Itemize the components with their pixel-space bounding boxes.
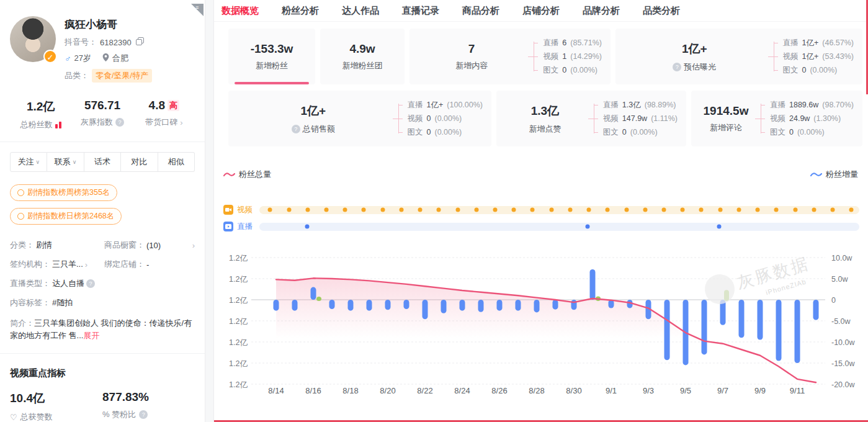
action-button-话术[interactable]: 话术 (84, 152, 121, 172)
fans-delta-bar-8/28[interactable] (534, 300, 540, 312)
video-post-dot[interactable] (661, 208, 666, 212)
tab-品牌分析[interactable]: 品牌分析 (583, 5, 620, 17)
fans-delta-bar-8/29[interactable] (553, 300, 558, 310)
fans-delta-bar-8/21[interactable] (404, 300, 409, 309)
fans-delta-bar-8/16[interactable] (311, 287, 316, 300)
fans-delta-bar-9/11[interactable] (795, 300, 800, 363)
rank-badge[interactable]: 剧情指数榜日榜第2468名 (10, 208, 195, 231)
video-post-dot[interactable] (343, 208, 347, 212)
blue-wave-icon (810, 171, 822, 177)
action-button-联系[interactable]: 联系∨ (47, 152, 84, 172)
video-post-dot[interactable] (437, 208, 441, 212)
stat-card-label-text: 预估曝光 (684, 61, 716, 73)
copy-icon[interactable] (136, 37, 144, 47)
video-post-dot[interactable] (736, 208, 741, 212)
video-post-dot[interactable] (699, 208, 704, 212)
left-axis-tick: 1.2亿 (229, 317, 248, 326)
video-post-dot[interactable] (512, 208, 516, 212)
action-button-对比[interactable]: 对比 (121, 152, 158, 172)
live-session-dot[interactable] (585, 225, 589, 229)
tab-店铺分析[interactable]: 店铺分析 (522, 5, 560, 17)
breakdown-tree: 直播1889.6w(98.70%)视频24.9w(1.30%)图文0(0.00%… (761, 98, 854, 139)
fans-delta-bar-8/26[interactable] (497, 300, 503, 311)
video-post-dot[interactable] (606, 208, 610, 212)
video-post-dot[interactable] (455, 208, 460, 212)
tab-粉丝分析[interactable]: 粉丝分析 (282, 5, 319, 17)
video-post-dot[interactable] (287, 208, 291, 212)
live-session-dot[interactable] (305, 225, 310, 229)
live-session-dot[interactable] (717, 225, 721, 229)
tab-品类分析[interactable]: 品类分析 (643, 5, 680, 17)
video-post-dot[interactable] (399, 208, 403, 212)
video-post-dot[interactable] (830, 208, 834, 212)
video-post-dot[interactable] (418, 208, 423, 212)
fans-delta-bar-8/22[interactable] (423, 300, 428, 319)
rank-badge-pill[interactable]: 剧情指数榜周榜第355名 (10, 184, 117, 201)
stat-card-新增评论[interactable]: 1914.5w新增评论直播1889.6w(98.70%)视频24.9w(1.30… (691, 91, 862, 146)
video-post-dot[interactable] (793, 208, 797, 212)
fans-delta-bar-8/27[interactable] (516, 300, 521, 311)
fans-delta-bar-8/14[interactable] (274, 300, 279, 311)
video-post-dot[interactable] (549, 208, 553, 212)
live-day-marker[interactable] (316, 297, 321, 301)
video-post-dot[interactable] (624, 208, 629, 212)
video-post-dot[interactable] (643, 208, 647, 212)
stat-card-新增粉丝[interactable]: -153.3w新增粉丝 (228, 29, 315, 84)
tab-直播记录[interactable]: 直播记录 (402, 5, 439, 17)
fans-delta-bar-8/23[interactable] (441, 300, 447, 313)
tab-数据概览[interactable]: 数据概览 (221, 5, 259, 17)
video-post-dot[interactable] (568, 208, 572, 212)
legend-fans-delta[interactable]: 粉丝增量 (810, 169, 858, 180)
fans-delta-bar-8/25[interactable] (478, 300, 484, 312)
video-post-dot[interactable] (718, 208, 722, 212)
video-post-dot[interactable] (849, 208, 854, 212)
fans-delta-bar-8/31[interactable] (590, 269, 596, 300)
avatar[interactable]: ✓ (10, 16, 56, 62)
fans-delta-bar-9/8[interactable] (739, 300, 745, 338)
video-post-dot[interactable] (681, 208, 685, 212)
video-post-dot[interactable] (774, 208, 779, 212)
stat-card-新增内容[interactable]: 7新增内容直播6(85.71%)视频1(14.29%)图文0(0.00%) (409, 29, 611, 84)
fans-delta-bar-8/15[interactable] (292, 300, 298, 311)
sidebar-scrollbar-track[interactable] (205, 0, 214, 422)
rank-badge-pill[interactable]: 剧情指数榜日榜第2468名 (10, 208, 122, 225)
tab-达人作品[interactable]: 达人作品 (342, 5, 379, 17)
video-post-dot[interactable] (493, 208, 498, 212)
fans-delta-bar-8/20[interactable] (385, 300, 391, 310)
rank-badge[interactable]: 剧情指数榜周榜第355名 (10, 184, 195, 208)
video-post-dot[interactable] (380, 208, 385, 212)
fans-delta-bar-9/12[interactable] (813, 300, 819, 320)
stat-card-main: 7新增内容 (409, 42, 534, 71)
chevron-right-icon[interactable]: › (85, 260, 87, 269)
video-post-dot[interactable] (324, 208, 329, 212)
video-post-dot[interactable] (268, 208, 272, 212)
fans-delta-bar-9/4[interactable] (664, 300, 670, 360)
tab-商品分析[interactable]: 商品分析 (462, 5, 499, 17)
fans-delta-bar-9/10[interactable] (776, 300, 782, 361)
collapse-sidebar-button[interactable]: ≡ (191, 4, 204, 16)
video-post-dot[interactable] (362, 208, 366, 212)
fans-chart[interactable]: 1.2亿10.0w1.2亿5.0w1.2亿01.2亿-5.0w1.2亿-10.0… (214, 241, 868, 403)
stat-card-新增粉丝团[interactable]: 4.9w新增粉丝团 (320, 29, 405, 84)
fans-delta-bar-9/6[interactable] (702, 300, 707, 354)
video-post-dot[interactable] (756, 208, 760, 212)
video-post-dot[interactable] (474, 208, 478, 212)
chevron-right-icon[interactable]: › (180, 118, 182, 127)
video-post-dot[interactable] (587, 208, 591, 212)
legend-fans-total[interactable]: 粉丝总量 (223, 169, 271, 180)
action-button-关注[interactable]: 关注∨ (10, 152, 47, 172)
stat-card-总销售额[interactable]: 1亿+?总销售额直播1亿+(100.00%)视频0(0.00%)图文0(0.00… (228, 91, 491, 146)
bio-expand-link[interactable]: 展开 (83, 331, 99, 340)
fans-delta-bar-8/18[interactable] (348, 300, 354, 311)
stat-card-新增点赞[interactable]: 1.3亿新增点赞直播1.3亿(98.89%)视频147.9w(1.11%)图文0… (496, 91, 686, 146)
fans-delta-bar-8/19[interactable] (367, 300, 372, 311)
fans-delta-bar-8/17[interactable] (329, 300, 335, 309)
video-post-dot[interactable] (530, 208, 535, 212)
fans-delta-bar-9/9[interactable] (758, 300, 763, 340)
chevron-right-icon[interactable]: › (192, 241, 195, 250)
action-button-相似[interactable]: 相似 (158, 152, 195, 172)
fans-delta-bar-8/24[interactable] (460, 300, 465, 311)
video-post-dot[interactable] (812, 208, 816, 212)
stat-card-预估曝光[interactable]: 1亿+?预估曝光直播1亿+(46.57%)视频1亿+(53.43%)图文0(0.… (615, 29, 862, 84)
video-post-dot[interactable] (305, 208, 310, 212)
